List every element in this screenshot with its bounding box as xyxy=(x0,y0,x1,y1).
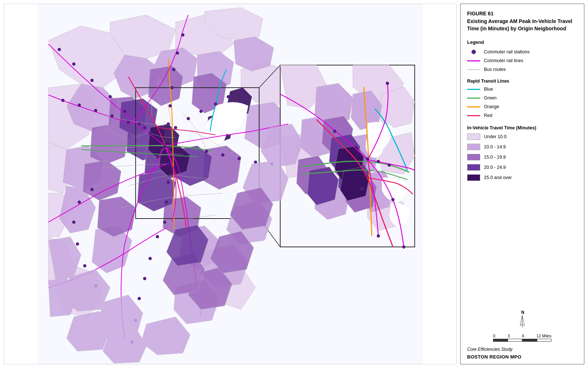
label-25over: 25.0 and over xyxy=(484,175,512,180)
svg-point-104 xyxy=(165,201,168,204)
svg-point-95 xyxy=(182,34,184,37)
label-15to19: 15.0 - 19.9 xyxy=(484,155,506,160)
north-arrow: N xyxy=(515,310,530,331)
bus-route-icon xyxy=(467,69,480,70)
legend-panel: FIGURE 61 Existing Average AM Peak In-Ve… xyxy=(460,4,584,364)
scale-6: 6 xyxy=(522,334,524,338)
svg-point-85 xyxy=(187,117,190,120)
svg-point-80 xyxy=(123,110,126,113)
travel-time-categories: Under 10.0 10.0 - 14.9 15.0 - 19.9 20.0 … xyxy=(467,133,577,185)
svg-point-113 xyxy=(78,201,81,204)
color-box-25over xyxy=(467,174,480,181)
legend-item-25over: 25.0 and over xyxy=(467,174,577,181)
svg-point-101 xyxy=(61,99,64,102)
svg-point-89 xyxy=(239,89,242,92)
label-10to14: 10.0 - 14.9 xyxy=(484,144,506,149)
svg-point-86 xyxy=(199,110,202,113)
scale-seg-3 xyxy=(522,339,537,342)
scale-12: 12 Miles xyxy=(537,334,551,338)
rapid-transit-lines: Blue Green Orange Red xyxy=(467,87,577,122)
color-box-10to14 xyxy=(467,144,480,150)
rail-line-symbol xyxy=(467,60,480,61)
svg-point-115 xyxy=(76,243,79,246)
map-panel xyxy=(4,4,457,364)
svg-point-103 xyxy=(167,181,170,184)
scale-0: 0 xyxy=(493,334,495,338)
svg-point-93 xyxy=(172,68,175,71)
svg-point-120 xyxy=(238,157,241,160)
svg-point-77 xyxy=(72,62,75,65)
footer-study: Core Efficiencies Study xyxy=(467,347,577,352)
legend-item-bus: Bus routes xyxy=(467,67,577,72)
figure-number: FIGURE 61 xyxy=(467,11,577,16)
station-label: Commuter rail stations xyxy=(484,49,530,54)
legend-item-rail-lines: Commuter rail lines xyxy=(467,58,577,63)
svg-point-83 xyxy=(163,145,166,148)
svg-text:N: N xyxy=(521,310,524,315)
svg-point-98 xyxy=(111,114,114,117)
color-box-20to24 xyxy=(467,164,480,171)
svg-point-99 xyxy=(94,109,97,112)
blue-line-label: Blue xyxy=(484,87,493,92)
scale-seg-1 xyxy=(493,339,508,342)
svg-point-79 xyxy=(109,95,112,98)
svg-point-92 xyxy=(171,86,173,89)
svg-point-107 xyxy=(149,257,152,260)
svg-point-78 xyxy=(91,79,93,82)
blue-line-icon xyxy=(467,89,480,90)
green-line-icon xyxy=(467,98,480,99)
svg-point-81 xyxy=(138,122,141,125)
legend-item-red: Red xyxy=(467,113,577,118)
bus-line-symbol xyxy=(467,69,480,70)
svg-point-119 xyxy=(221,153,224,156)
scale-seg-2 xyxy=(508,339,522,342)
footer: Core Efficiencies Study BOSTON REGION MP… xyxy=(467,347,577,360)
legend-item-10to14: 10.0 - 14.9 xyxy=(467,144,577,150)
svg-point-88 xyxy=(227,95,230,98)
green-line-label: Green xyxy=(484,95,497,100)
svg-point-102 xyxy=(167,163,170,166)
svg-point-73 xyxy=(386,82,389,85)
svg-point-67 xyxy=(333,130,336,133)
svg-point-87 xyxy=(214,103,217,106)
rapid-transit-title: Rapid Transit Lines xyxy=(467,79,577,84)
scale-bar-graphic xyxy=(493,339,551,342)
svg-point-96 xyxy=(143,126,146,129)
color-box-15to19 xyxy=(467,154,480,160)
svg-point-97 xyxy=(127,121,130,124)
red-line-label: Red xyxy=(484,113,492,118)
svg-point-105 xyxy=(163,221,166,224)
legend-item-stations: Commuter rail stations xyxy=(467,49,577,54)
legend-item-15to19: 15.0 - 19.9 xyxy=(467,154,577,160)
svg-point-82 xyxy=(149,132,152,134)
red-line-symbol xyxy=(467,115,480,116)
legend-item-20to24: 20.0 - 24.9 xyxy=(467,164,577,171)
svg-point-71 xyxy=(392,198,394,201)
footer-org: BOSTON REGION MPO xyxy=(467,354,577,360)
blue-line-symbol xyxy=(467,89,480,90)
rail-lines-label: Commuter rail lines xyxy=(484,58,523,63)
legend-item-green: Green xyxy=(467,95,577,100)
svg-point-108 xyxy=(143,277,146,280)
legend-item-under10: Under 10.0 xyxy=(467,133,577,140)
scale-seg-4 xyxy=(537,339,551,342)
figure-title: Existing Average AM Peak In-Vehicle Trav… xyxy=(467,18,577,32)
orange-line-label: Orange xyxy=(484,104,499,109)
orange-line-icon xyxy=(467,106,480,107)
bus-routes-label: Bus routes xyxy=(484,67,506,72)
svg-point-94 xyxy=(176,52,179,54)
label-under10: Under 10.0 xyxy=(484,134,507,139)
legend-item-blue: Blue xyxy=(467,87,577,92)
svg-point-84 xyxy=(174,126,177,129)
svg-point-100 xyxy=(78,104,81,107)
legend-item-orange: Orange xyxy=(467,104,577,109)
scale-3: 3 xyxy=(508,334,510,338)
north-arrow-container: N 0 3 6 12 Miles xyxy=(467,306,577,342)
svg-point-91 xyxy=(169,105,172,107)
svg-point-112 xyxy=(91,188,93,191)
svg-point-75 xyxy=(377,235,380,238)
scale-bar: 0 3 6 12 Miles xyxy=(493,334,551,342)
svg-point-72 xyxy=(360,187,363,190)
svg-point-69 xyxy=(377,160,380,163)
scale-bar-labels: 0 3 6 12 Miles xyxy=(493,334,551,338)
